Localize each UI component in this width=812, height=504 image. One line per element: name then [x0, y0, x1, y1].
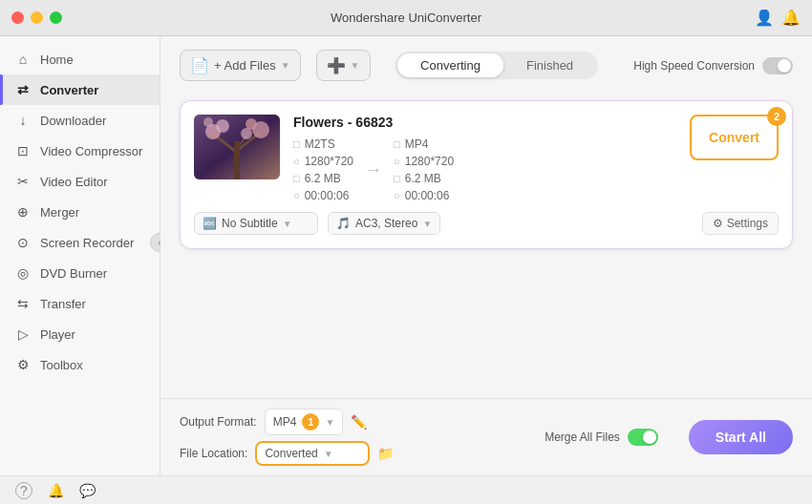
audio-select[interactable]: 🎵 AC3, Stereo ▼ [328, 212, 440, 235]
format-badge: 1 [302, 413, 319, 430]
file-list: Flowers - 66823 □ M2TS ○ 1280*720 [160, 91, 812, 398]
sidebar-item-player[interactable]: ▷ Player [0, 319, 160, 349]
player-icon: ▷ [15, 326, 31, 342]
merge-toggle[interactable] [628, 429, 658, 446]
convert-badge: 2 [767, 107, 786, 126]
recorder-icon: ⊙ [15, 235, 31, 250]
source-resolution-row: ○ 1280*720 [293, 155, 353, 168]
source-duration-row: ○ 00:00:06 [293, 189, 353, 202]
help-icon[interactable]: ? [15, 482, 32, 499]
add-more-button[interactable]: ➕ ▼ [316, 50, 371, 81]
high-speed-toggle[interactable] [762, 57, 793, 74]
file-card: Flowers - 66823 □ M2TS ○ 1280*720 [180, 100, 793, 249]
sidebar-item-dvd-burner[interactable]: ◎ DVD Burner [0, 258, 160, 288]
target-format-icon: □ [394, 138, 400, 150]
minimize-button[interactable] [31, 11, 43, 24]
file-meta: □ M2TS ○ 1280*720 □ 6.2 MB [293, 137, 676, 202]
subtitle-chevron: ▼ [283, 219, 292, 229]
audio-icon: 🎵 [336, 217, 351, 230]
format-icon: □ [293, 138, 300, 150]
settings-button[interactable]: ⚙ Settings [702, 212, 779, 235]
convert-button[interactable]: Convert [690, 115, 779, 160]
bell-icon[interactable]: 🔔 [781, 9, 801, 27]
open-folder-icon[interactable]: 📁 [377, 446, 394, 461]
sidebar-item-video-editor[interactable]: ✂ Video Editor [0, 166, 160, 197]
file-location-label: File Location: [180, 447, 247, 460]
format-value: MP4 [273, 415, 297, 429]
format-chevron: ▼ [325, 417, 334, 428]
close-button[interactable] [11, 11, 24, 24]
svg-point-10 [203, 117, 213, 127]
user-icon[interactable]: 👤 [755, 9, 774, 27]
sidebar-item-home[interactable]: ⌂ Home [0, 44, 160, 74]
chat-icon[interactable]: 💬 [79, 483, 96, 498]
downloader-icon: ↓ [15, 113, 31, 128]
file-location-select[interactable]: Converted ▼ [255, 441, 370, 466]
sidebar-item-merger[interactable]: ⊕ Merger [0, 197, 160, 227]
subtitle-icon: 🔤 [203, 217, 217, 230]
sidebar-item-converter[interactable]: ⇄ Converter [0, 74, 160, 105]
sidebar-item-video-compressor[interactable]: ⊡ Video Compressor [0, 136, 160, 166]
high-speed-label: High Speed Conversion [633, 59, 755, 73]
file-info: Flowers - 66823 □ M2TS ○ 1280*720 [293, 115, 676, 202]
merge-label: Merge All Files [545, 430, 620, 444]
sidebar-item-toolbox[interactable]: ⚙ Toolbox [0, 349, 160, 380]
home-icon: ⌂ [15, 52, 31, 67]
sidebar-item-screen-recorder[interactable]: ⊙ Screen Recorder ‹ [0, 227, 160, 258]
start-all-button[interactable]: Start All [689, 420, 793, 454]
clock-icon: ○ [293, 190, 300, 201]
source-format-row: □ M2TS [293, 137, 353, 151]
sidebar-item-transfer[interactable]: ⇆ Transfer [0, 288, 160, 319]
add-files-icon: 📄 [190, 56, 209, 74]
subtitle-value: No Subtitle [222, 217, 278, 230]
source-size: 6.2 MB [305, 172, 341, 185]
window-controls [11, 11, 62, 24]
sidebar-item-downloader[interactable]: ↓ Downloader [0, 105, 160, 136]
converter-icon: ⇄ [15, 82, 31, 97]
target-format-row: □ MP4 [394, 137, 454, 151]
location-value: Converted [265, 447, 317, 460]
add-files-label: + Add Files [214, 58, 276, 73]
svg-rect-1 [234, 148, 240, 177]
sidebar-label-toolbox: Toolbox [40, 358, 83, 372]
svg-point-9 [246, 118, 257, 130]
convert-label: Convert [709, 130, 759, 145]
subtitle-select[interactable]: 🔤 No Subtitle ▼ [194, 212, 318, 235]
edit-format-icon[interactable]: ✏️ [351, 414, 367, 430]
source-resolution: 1280*720 [305, 155, 353, 168]
size-icon: □ [293, 173, 300, 184]
source-meta: □ M2TS ○ 1280*720 □ 6.2 MB [293, 137, 353, 202]
target-resolution-row: ○ 1280*720 [394, 155, 454, 168]
transfer-icon: ⇆ [15, 296, 31, 311]
source-duration: 00:00:06 [305, 189, 350, 202]
sidebar-label-downloader: Downloader [40, 114, 106, 128]
target-size: 6.2 MB [405, 172, 441, 185]
thumbnail-image [194, 115, 280, 179]
start-all-label: Start All [716, 430, 766, 445]
target-resolution-icon: ○ [394, 156, 400, 167]
source-size-row: □ 6.2 MB [293, 172, 353, 185]
sidebar-label-merger: Merger [40, 205, 79, 220]
bottom-bar: Output Format: MP4 1 ▼ ✏️ File Location:… [160, 398, 812, 475]
output-format-group: Output Format: MP4 1 ▼ ✏️ File Location:… [180, 409, 394, 466]
tab-finished[interactable]: Finished [503, 53, 596, 77]
notification-icon[interactable]: 🔔 [48, 483, 64, 498]
maximize-button[interactable] [50, 11, 62, 24]
location-chevron: ▼ [324, 449, 333, 459]
sidebar-label-player: Player [40, 327, 75, 342]
resolution-icon: ○ [293, 156, 300, 167]
target-clock-icon: ○ [394, 190, 400, 201]
arrow-icon: → [365, 160, 382, 180]
settings-icon: ⚙ [713, 217, 723, 230]
tab-converting[interactable]: Converting [397, 53, 503, 77]
titlebar: Wondershare UniConverter 👤 🔔 [0, 0, 812, 36]
tab-converting-label: Converting [420, 58, 481, 73]
add-files-button[interactable]: 📄 + Add Files ▼ [180, 50, 301, 81]
format-select[interactable]: MP4 1 ▼ [265, 409, 344, 435]
add-files-chevron: ▼ [281, 60, 290, 71]
dvd-icon: ◎ [15, 265, 31, 281]
sidebar-label-home: Home [40, 52, 74, 67]
compressor-icon: ⊡ [15, 143, 31, 158]
target-duration-row: ○ 00:00:06 [394, 189, 454, 202]
sidebar-label-converter: Converter [40, 83, 98, 97]
